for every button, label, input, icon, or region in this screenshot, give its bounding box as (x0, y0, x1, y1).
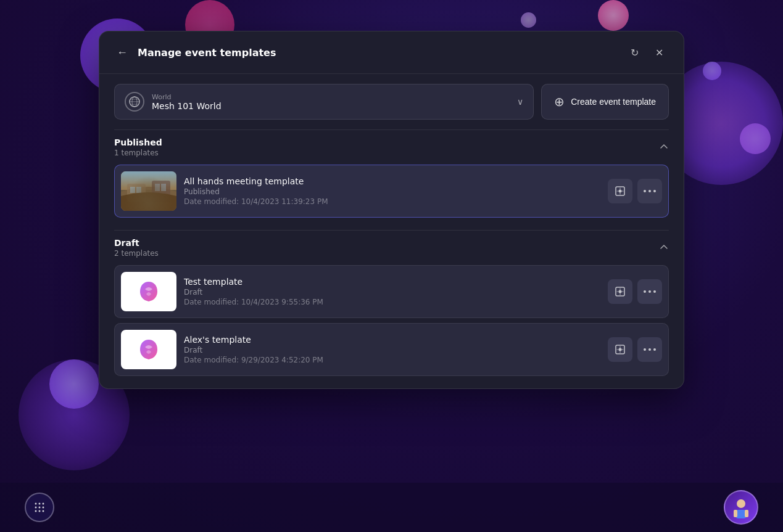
template-item-alexs[interactable]: Alex's template Draft Date modified: 9/2… (114, 323, 669, 376)
apps-button[interactable] (25, 493, 54, 522)
svg-point-27 (648, 348, 651, 351)
world-info: World Mesh 101 World (152, 93, 510, 111)
template-item-test[interactable]: Test template Draft Date modified: 10/4/… (114, 265, 669, 318)
bottom-bar (0, 483, 783, 532)
template-info-test: Test template Draft Date modified: 10/4/… (184, 277, 600, 306)
world-label: World (152, 93, 510, 101)
more-button-alexs[interactable] (637, 337, 662, 362)
back-button[interactable]: ← (114, 44, 130, 62)
svg-point-18 (653, 190, 656, 192)
template-thumb-alexs (121, 330, 176, 369)
template-thumb-test (121, 272, 176, 311)
svg-rect-6 (121, 171, 176, 190)
svg-rect-41 (745, 510, 748, 517)
draft-thumbnail-test (121, 272, 176, 311)
svg-point-32 (35, 507, 37, 509)
refresh-button[interactable]: ↻ (624, 43, 644, 62)
draft-section-toggle[interactable] (659, 242, 669, 254)
draft-template-list: Test template Draft Date modified: 10/4/… (114, 260, 669, 383)
template-status-test: Draft (184, 288, 600, 297)
create-btn-label: Create event template (571, 97, 656, 107)
dialog-header: ← Manage event templates ↻ ✕ (99, 31, 684, 74)
svg-point-29 (35, 503, 37, 505)
close-button[interactable]: ✕ (649, 43, 669, 62)
svg-point-28 (653, 348, 656, 351)
svg-rect-39 (736, 510, 746, 518)
svg-rect-13 (161, 184, 166, 191)
manage-templates-dialog: ← Manage event templates ↻ ✕ World Mesh … (99, 31, 684, 389)
svg-point-16 (644, 190, 646, 192)
meeting-thumbnail (121, 171, 176, 211)
svg-point-17 (648, 190, 651, 192)
more-button-test[interactable] (637, 279, 662, 304)
svg-rect-9 (130, 187, 135, 193)
template-info-all-hands: All hands meeting template Published Dat… (184, 176, 600, 206)
plus-circle-icon: ⊕ (554, 94, 565, 109)
svg-rect-8 (127, 184, 146, 202)
template-thumb-all-hands (121, 171, 176, 211)
selector-row: World Mesh 101 World ∨ ⊕ Create event te… (99, 74, 684, 129)
template-name-alexs: Alex's template (184, 335, 600, 345)
published-section-title: Published (114, 137, 162, 147)
svg-point-20 (619, 290, 622, 293)
svg-point-34 (43, 507, 44, 509)
template-actions-alexs (608, 337, 662, 362)
template-actions-test (608, 279, 662, 304)
published-section-toggle[interactable] (659, 142, 669, 153)
svg-point-31 (43, 503, 44, 505)
header-icons: ↻ ✕ (624, 43, 669, 62)
user-avatar[interactable] (724, 490, 758, 525)
svg-point-33 (39, 507, 41, 509)
svg-point-36 (39, 510, 41, 512)
svg-point-7 (121, 187, 176, 211)
publish-button-test[interactable] (608, 279, 632, 304)
template-status-all-hands: Published (184, 187, 600, 196)
published-section: Published 1 templates (99, 129, 684, 225)
svg-rect-12 (155, 184, 160, 191)
draft-section-header: Draft 2 templates (114, 230, 669, 260)
svg-rect-40 (734, 510, 737, 517)
svg-point-15 (619, 190, 622, 193)
svg-rect-11 (152, 181, 170, 202)
template-date-all-hands: Date modified: 10/4/2023 11:39:23 PM (184, 197, 600, 206)
svg-point-30 (39, 503, 41, 505)
world-name: Mesh 101 World (152, 101, 510, 111)
dialog-title: Manage event templates (138, 47, 617, 59)
chevron-down-icon: ∨ (517, 97, 523, 107)
svg-point-35 (35, 510, 37, 512)
published-section-header: Published 1 templates (114, 129, 669, 160)
world-selector[interactable]: World Mesh 101 World ∨ (114, 84, 534, 120)
more-button-all-hands[interactable] (637, 179, 662, 203)
template-date-test: Date modified: 10/4/2023 9:55:36 PM (184, 298, 600, 306)
svg-point-26 (644, 348, 646, 351)
template-item-all-hands[interactable]: All hands meeting template Published Dat… (114, 165, 669, 218)
publish-button-alexs[interactable] (608, 337, 632, 362)
template-actions-all-hands (608, 179, 662, 203)
svg-point-21 (644, 290, 646, 293)
draft-section-title: Draft (114, 238, 159, 248)
draft-thumbnail-alexs (121, 330, 176, 369)
draft-section: Draft 2 templates (99, 230, 684, 383)
create-event-template-button[interactable]: ⊕ Create event template (541, 84, 669, 120)
svg-point-22 (648, 290, 651, 293)
svg-point-25 (619, 348, 622, 351)
published-section-count: 1 templates (114, 149, 162, 157)
svg-point-37 (43, 510, 44, 512)
template-status-alexs: Draft (184, 346, 600, 354)
template-date-alexs: Date modified: 9/29/2023 4:52:20 PM (184, 356, 600, 364)
draft-section-info: Draft 2 templates (114, 238, 159, 258)
published-section-info: Published 1 templates (114, 137, 162, 157)
svg-point-38 (737, 499, 745, 508)
published-template-list: All hands meeting template Published Dat… (114, 160, 669, 225)
template-name-all-hands: All hands meeting template (184, 176, 600, 186)
svg-rect-5 (121, 171, 176, 211)
draft-section-count: 2 templates (114, 249, 159, 258)
svg-point-23 (653, 290, 656, 293)
publish-button-all-hands[interactable] (608, 179, 632, 203)
template-info-alexs: Alex's template Draft Date modified: 9/2… (184, 335, 600, 364)
template-name-test: Test template (184, 277, 600, 287)
world-globe-icon (125, 92, 144, 112)
svg-rect-10 (136, 187, 141, 193)
